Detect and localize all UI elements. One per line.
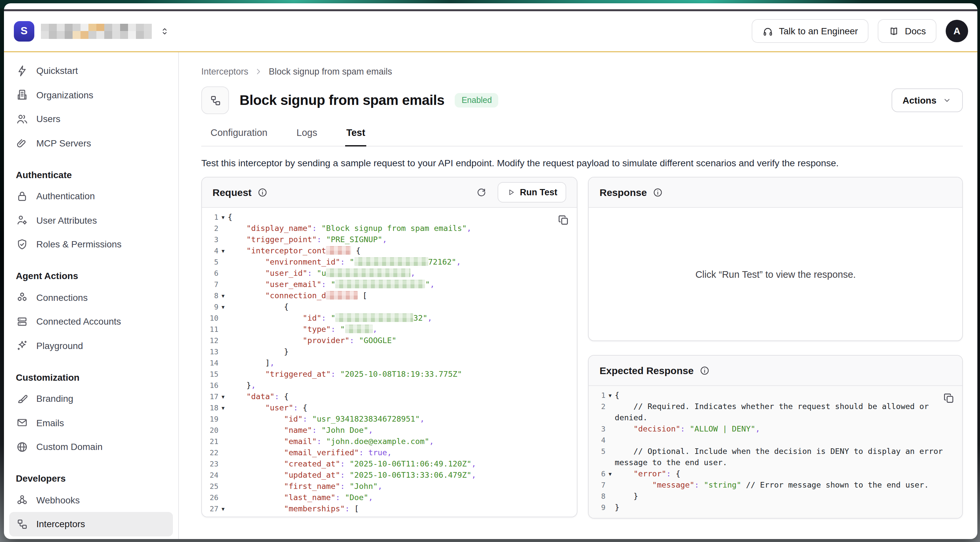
fold-spacer bbox=[606, 502, 615, 513]
sidebar-item-label: Connections bbox=[36, 292, 88, 303]
tab-test[interactable]: Test bbox=[345, 127, 367, 146]
desktop-background: S Talk to an Engineer Docs A QuickstartO… bbox=[0, 0, 980, 542]
code-line: 3 "trigger_point": "PRE_SIGNUP", bbox=[202, 234, 577, 245]
code-text: "email": "john.doe@example.com", bbox=[228, 436, 577, 447]
sidebar-item-connections[interactable]: Connections bbox=[9, 285, 173, 310]
code-line: 1▼{ bbox=[589, 390, 962, 401]
talk-to-engineer-label: Talk to an Engineer bbox=[779, 26, 858, 36]
actions-button[interactable]: Actions bbox=[891, 88, 963, 112]
code-line: 6 "user_id": "u, bbox=[202, 268, 577, 279]
fold-toggle-icon[interactable]: ▼ bbox=[218, 212, 228, 223]
sidebar-item-webhooks[interactable]: Webhooks bbox=[9, 488, 173, 512]
sidebar-item-auth-logs[interactable]: Auth Logs bbox=[9, 536, 173, 539]
code-text bbox=[615, 435, 962, 446]
sidebar-item-emails[interactable]: Emails bbox=[9, 411, 173, 435]
sidebar-item-authentication[interactable]: Authentication bbox=[9, 184, 173, 208]
line-number: 1 bbox=[589, 390, 606, 401]
code-line: 22 "email_verified": true, bbox=[202, 447, 577, 459]
code-text: "last_name": "Doe", bbox=[228, 492, 577, 504]
line-number: 20 bbox=[202, 425, 218, 436]
breadcrumb-root[interactable]: Interceptors bbox=[201, 67, 248, 76]
info-icon[interactable] bbox=[653, 188, 663, 198]
user-avatar[interactable]: A bbox=[946, 20, 968, 42]
fold-toggle-icon[interactable]: ▼ bbox=[218, 302, 228, 313]
run-test-label: Run Test bbox=[520, 188, 557, 197]
user-gear-icon bbox=[16, 214, 29, 227]
code-line: denied. bbox=[589, 412, 962, 424]
code-text: "updated_at": "2025-10-06T13:33:06.479Z"… bbox=[228, 470, 577, 481]
copy-request-button[interactable] bbox=[557, 214, 570, 226]
line-number: 8 bbox=[589, 491, 606, 502]
line-number: 16 bbox=[202, 380, 218, 391]
code-line: 7 "message": "string" // Error message s… bbox=[589, 480, 962, 491]
redacted-value bbox=[326, 246, 351, 255]
fold-toggle-icon[interactable]: ▼ bbox=[218, 504, 228, 515]
fold-spacer bbox=[606, 401, 615, 412]
fold-toggle-icon[interactable]: ▼ bbox=[218, 402, 228, 414]
redacted-value bbox=[326, 269, 410, 277]
fold-spacer bbox=[218, 268, 228, 279]
code-text: "environment_id": "72162", bbox=[228, 257, 577, 268]
fold-toggle-icon[interactable]: ▼ bbox=[218, 245, 228, 257]
fold-spacer bbox=[218, 324, 228, 335]
sidebar-item-quickstart[interactable]: Quickstart bbox=[9, 59, 173, 83]
sidebar-item-interceptors[interactable]: Interceptors bbox=[9, 512, 173, 536]
reset-request-button[interactable] bbox=[474, 185, 488, 199]
sidebar-item-users[interactable]: Users bbox=[9, 107, 173, 131]
code-line: 11 "type": ", bbox=[202, 324, 577, 335]
fold-spacer bbox=[606, 424, 615, 435]
sidebar-item-branding[interactable]: Branding bbox=[9, 386, 173, 411]
fold-toggle-icon[interactable]: ▼ bbox=[606, 469, 615, 480]
code-text: "display_name": "Block signup from spam … bbox=[228, 223, 577, 234]
code-text: "error": { bbox=[615, 469, 962, 480]
line-number: 9 bbox=[589, 502, 606, 513]
line-number: 1 bbox=[202, 212, 218, 223]
sidebar-item-organizations[interactable]: Organizations bbox=[9, 83, 173, 107]
sidebar-item-user-attributes[interactable]: User Attributes bbox=[9, 208, 173, 232]
code-line: 10 "id": "32", bbox=[202, 313, 577, 324]
run-test-button[interactable]: Run Test bbox=[497, 182, 566, 203]
copy-icon bbox=[942, 392, 955, 404]
talk-to-engineer-button[interactable]: Talk to an Engineer bbox=[752, 19, 869, 43]
org-selector[interactable]: S bbox=[14, 21, 170, 41]
code-text: "data": { bbox=[228, 391, 577, 402]
sidebar-nav: QuickstartOrganizationsUsersMCP ServersA… bbox=[4, 52, 179, 539]
sidebar-item-connected-accounts[interactable]: Connected Accounts bbox=[9, 310, 173, 334]
status-badge: Enabled bbox=[455, 93, 499, 108]
code-text: }, bbox=[228, 380, 577, 391]
request-code-editor[interactable]: 1▼{2 "display_name": "Block signup from … bbox=[202, 208, 577, 517]
code-text: "message": "string" // Error message sho… bbox=[615, 480, 962, 491]
code-text: // Required. Indicates whether the reque… bbox=[615, 401, 962, 412]
redacted-value bbox=[355, 257, 428, 266]
docs-label: Docs bbox=[905, 26, 926, 36]
tab-logs[interactable]: Logs bbox=[295, 127, 319, 146]
line-number: 6 bbox=[202, 268, 218, 279]
code-line: 17▼ "data": { bbox=[202, 391, 577, 402]
info-icon[interactable] bbox=[258, 188, 267, 198]
docs-button[interactable]: Docs bbox=[878, 19, 937, 43]
fold-toggle-icon[interactable]: ▼ bbox=[218, 290, 228, 302]
fold-spacer bbox=[218, 459, 228, 470]
flow-icon bbox=[16, 518, 29, 531]
code-text: "connection_d [ bbox=[228, 290, 577, 302]
tab-configuration[interactable]: Configuration bbox=[209, 127, 269, 146]
sidebar-item-roles-permissions[interactable]: Roles & Permissions bbox=[9, 232, 173, 256]
code-line: 3 "decision": "ALLOW | DENY", bbox=[589, 424, 962, 435]
sidebar-item-label: Connected Accounts bbox=[36, 316, 121, 327]
code-text: "user_email": "", bbox=[228, 279, 577, 290]
sidebar-item-custom-domain[interactable]: Custom Domain bbox=[9, 435, 173, 459]
line-number: 17 bbox=[202, 391, 218, 402]
copy-expected-button[interactable] bbox=[942, 392, 955, 404]
mail-icon bbox=[16, 416, 29, 429]
code-text: "user_id": "u, bbox=[228, 268, 577, 279]
chevrons-up-down-icon bbox=[160, 26, 170, 36]
fold-spacer bbox=[606, 491, 615, 502]
code-line: 6▼ "error": { bbox=[589, 469, 962, 480]
app-window: S Talk to an Engineer Docs A QuickstartO… bbox=[4, 3, 977, 539]
sidebar-item-mcp-servers[interactable]: MCP Servers bbox=[9, 131, 173, 155]
code-line: message to the end user. bbox=[589, 457, 962, 469]
fold-toggle-icon[interactable]: ▼ bbox=[218, 391, 228, 402]
sidebar-item-playground[interactable]: Playground bbox=[9, 334, 173, 358]
info-icon[interactable] bbox=[700, 366, 710, 376]
fold-toggle-icon[interactable]: ▼ bbox=[606, 390, 615, 401]
